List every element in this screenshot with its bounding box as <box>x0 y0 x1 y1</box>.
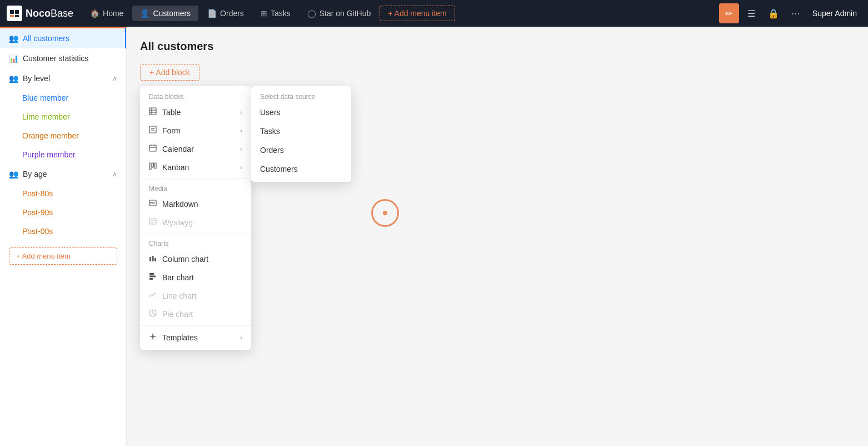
by-level-label: By level <box>23 74 50 83</box>
nav-customers-label: Customers <box>153 9 191 18</box>
sidebar-add-menu-label: + Add menu item <box>16 252 71 260</box>
sidebar-item-customer-statistics[interactable]: 📊 Customer statistics <box>0 48 126 68</box>
submenu-item-users[interactable]: Users <box>251 103 351 122</box>
dropdown-item-form[interactable]: Form › <box>140 121 251 140</box>
dropdown-item-table[interactable]: Table › <box>140 103 251 121</box>
templates-label: Templates <box>162 333 198 342</box>
dropdown-item-line-chart: Line chart <box>140 286 251 305</box>
stats-icon: 📊 <box>9 54 18 63</box>
add-block-label: + Add block <box>149 68 190 77</box>
svg-rect-19 <box>149 219 156 224</box>
home-icon: 🏠 <box>90 9 99 18</box>
nav-customers[interactable]: 👤 Customers <box>132 6 198 21</box>
svg-rect-3 <box>15 15 19 17</box>
sidebar-section-by-age[interactable]: 👥 By age ∧ <box>0 164 126 184</box>
form-label: Form <box>162 126 181 135</box>
sidebar-item-purple-member[interactable]: Purple member <box>0 145 126 164</box>
doc-icon-btn[interactable]: ☰ <box>741 3 761 23</box>
sidebar-item-blue-member[interactable]: Blue member <box>0 88 126 107</box>
calendar-icon <box>149 144 157 153</box>
nav-tasks[interactable]: ⊞ Tasks <box>253 6 298 21</box>
nav-home[interactable]: 🏠 Home <box>82 6 131 21</box>
nav-orders[interactable]: 📄 Orders <box>199 6 252 21</box>
divider-2 <box>140 234 251 234</box>
nav-github[interactable]: ◯ Star on GitHub <box>300 6 379 21</box>
tasks-icon: ⊞ <box>261 9 267 18</box>
submenu-header: Select data source <box>251 90 351 103</box>
dropdown-item-calendar[interactable]: Calendar › <box>140 140 251 158</box>
sidebar-section-by-level[interactable]: 👥 By level ∧ <box>0 68 126 88</box>
nav-tasks-label: Tasks <box>271 9 291 18</box>
by-age-icon: 👥 <box>9 170 18 179</box>
templates-icon <box>149 333 157 342</box>
table-icon <box>149 107 157 117</box>
orders-icon: 📄 <box>207 9 217 18</box>
pie-chart-icon <box>149 309 157 319</box>
plugin-icon-btn[interactable]: ✏ <box>719 3 739 23</box>
calendar-label: Calendar <box>162 145 194 153</box>
column-chart-label: Column chart <box>162 255 208 264</box>
form-icon <box>149 126 157 135</box>
submenu-item-customers[interactable]: Customers <box>251 160 351 179</box>
svg-rect-24 <box>154 258 156 261</box>
sidebar-item-post80s[interactable]: Post-80s <box>0 184 126 203</box>
dropdown-item-bar-chart[interactable]: Bar chart <box>140 268 251 286</box>
svg-rect-11 <box>149 145 156 151</box>
sidebar-item-lime-member[interactable]: Lime member <box>0 107 126 126</box>
dropdown-item-pie-chart: Pie chart <box>140 305 251 323</box>
sidebar-add-menu-button[interactable]: + Add menu item <box>9 247 117 265</box>
sidebar-item-post00s[interactable]: Post-00s <box>0 222 126 241</box>
sidebar-item-post90s[interactable]: Post-90s <box>0 203 126 222</box>
app-logo[interactable]: NocoBase <box>7 6 73 21</box>
by-level-arrow: ∧ <box>112 75 117 82</box>
add-menu-button[interactable]: + Add menu item <box>380 6 455 21</box>
templates-arrow: › <box>240 334 242 341</box>
add-block-button[interactable]: + Add block <box>140 64 199 81</box>
wysiwyg-label: Wysiwyg <box>162 218 193 227</box>
table-arrow: › <box>240 108 242 116</box>
submenu-item-tasks[interactable]: Tasks <box>251 122 351 141</box>
bar-chart-label: Bar chart <box>162 273 194 282</box>
dropdown-item-wysiwyg: Wysiwyg <box>140 213 251 231</box>
sidebar-item-orange-member[interactable]: Orange member <box>0 126 126 145</box>
wysiwyg-icon <box>149 217 157 227</box>
svg-rect-0 <box>10 10 14 14</box>
page-title: All customers <box>140 40 855 53</box>
svg-rect-17 <box>154 163 156 169</box>
table-label: Table <box>162 108 181 117</box>
svg-rect-1 <box>15 10 19 14</box>
dropdown-item-templates[interactable]: Templates › <box>140 328 251 346</box>
lock-icon-btn[interactable]: 🔒 <box>764 3 784 23</box>
dropdown-item-column-chart[interactable]: Column chart <box>140 250 251 268</box>
data-source-submenu: Select data source Users Tasks Orders Cu… <box>251 86 351 182</box>
kanban-icon <box>149 162 157 172</box>
charts-label: Charts <box>140 236 251 250</box>
submenu-item-orders[interactable]: Orders <box>251 141 351 160</box>
svg-rect-23 <box>152 256 154 261</box>
user-label: Super Admin <box>808 9 861 18</box>
dropdown-item-kanban[interactable]: Kanban › <box>140 158 251 176</box>
svg-rect-22 <box>149 257 151 261</box>
nav-items: 🏠 Home 👤 Customers 📄 Orders ⊞ Tasks ◯ St… <box>82 6 719 21</box>
divider-3 <box>140 325 251 326</box>
cursor-inner <box>383 211 387 215</box>
dropdown-item-markdown[interactable]: Markdown <box>140 195 251 213</box>
markdown-label: Markdown <box>162 200 198 209</box>
sidebar-item-all-customers[interactable]: 👥 All customers <box>0 28 126 48</box>
divider-1 <box>140 179 251 179</box>
sidebar: 👥 All customers 📊 Customer statistics 👥 … <box>0 27 127 446</box>
main-content: All customers + Add block Data blocks <box>127 27 868 446</box>
topnav-right: ✏ ☰ 🔒 ⋯ Super Admin <box>719 3 861 23</box>
more-icon-btn[interactable]: ⋯ <box>786 3 806 23</box>
top-navigation: NocoBase 🏠 Home 👤 Customers 📄 Orders ⊞ T… <box>0 0 868 27</box>
svg-rect-25 <box>149 273 154 275</box>
add-menu-label: + Add menu item <box>388 9 446 18</box>
by-level-icon: 👥 <box>9 74 18 83</box>
data-blocks-label: Data blocks <box>140 90 251 103</box>
by-age-label: By age <box>23 170 47 179</box>
bar-chart-icon <box>149 272 157 282</box>
kanban-label: Kanban <box>162 163 189 172</box>
line-chart-icon <box>149 291 157 300</box>
media-label: Media <box>140 181 251 195</box>
calendar-arrow: › <box>240 145 242 153</box>
